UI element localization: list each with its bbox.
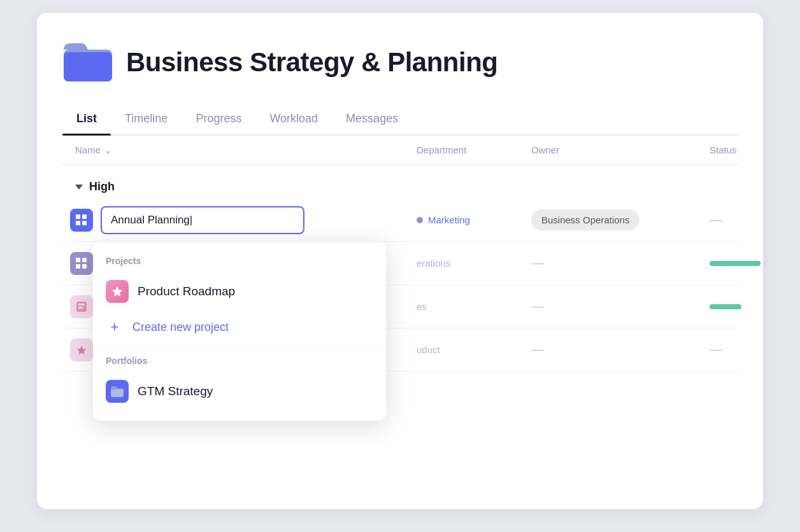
row2-dept-cell: erations: [406, 251, 521, 275]
tabs: List Timeline Progress Workload Messages: [62, 106, 738, 136]
row4-status-dash: —: [710, 342, 722, 357]
svg-marker-8: [77, 346, 86, 354]
row2-status-cell: [699, 255, 763, 272]
projects-section-label: Projects: [93, 252, 386, 272]
row1-status-cell: —: [699, 206, 763, 234]
gtm-strategy-icon: [106, 380, 129, 403]
row1-icon: [70, 209, 93, 232]
priority-header[interactable]: High: [62, 175, 738, 199]
row1-name-cell: [62, 200, 406, 241]
row3-owner-cell: —: [521, 293, 699, 320]
create-new-project-item[interactable]: + Create new project: [93, 311, 386, 344]
tab-progress[interactable]: Progress: [182, 106, 255, 134]
row2-status-bar: [710, 261, 761, 266]
dropdown-divider: [93, 347, 386, 348]
table-row: Marketing Business Operations — Projects: [62, 199, 738, 242]
priority-group-high: High Marketing: [62, 165, 738, 372]
svg-rect-6: [78, 304, 85, 305]
product-roadmap-icon: [106, 280, 129, 303]
row3-department: es: [417, 301, 427, 312]
row1-status-dash: —: [710, 213, 722, 227]
row2-owner-cell: —: [521, 249, 699, 277]
row3-status-bar: [710, 304, 741, 309]
th-name: Name ⌄: [62, 144, 406, 155]
row3-icon: [70, 295, 93, 318]
row4-status-cell: —: [699, 336, 763, 363]
tab-list[interactable]: List: [62, 106, 111, 134]
app-container: Business Strategy & Planning List Timeli…: [37, 13, 763, 509]
project-dropdown: Projects Product Roadmap + Create new pr…: [93, 242, 386, 421]
row4-owner-cell: —: [521, 336, 699, 363]
th-status: Status: [699, 144, 763, 155]
gtm-strategy-label: GTM Strategy: [138, 384, 213, 398]
row2-icon: [70, 252, 93, 275]
row4-owner-dash: —: [531, 342, 544, 357]
table-header: Name ⌄ Department Owner Status: [62, 136, 738, 165]
folder-icon: [62, 38, 113, 87]
row4-department: uduct: [417, 344, 440, 355]
svg-marker-2: [112, 286, 122, 297]
row1-owner-cell: Business Operations: [521, 203, 699, 237]
row2-department: erations: [417, 258, 450, 269]
row1-dept-cell: Marketing: [406, 208, 521, 232]
dropdown-item-product-roadmap[interactable]: Product Roadmap: [93, 272, 386, 311]
tab-messages[interactable]: Messages: [332, 106, 412, 134]
plus-icon: +: [106, 318, 124, 336]
row2-owner-dash: —: [531, 256, 544, 270]
th-department: Department: [406, 144, 521, 155]
header: Business Strategy & Planning: [62, 38, 738, 87]
row1-department: Marketing: [417, 214, 470, 225]
tab-workload[interactable]: Workload: [255, 106, 332, 134]
row1-name-input[interactable]: [101, 206, 304, 234]
dropdown-item-gtm-strategy[interactable]: GTM Strategy: [93, 372, 386, 410]
portfolios-section-label: Portfolios: [93, 352, 386, 372]
svg-rect-7: [78, 307, 83, 309]
create-new-project-label: Create new project: [132, 321, 229, 334]
row4-icon: [70, 339, 93, 361]
row3-owner-dash: —: [531, 299, 544, 314]
dept-dot: [417, 217, 423, 223]
row3-status-cell: [699, 298, 763, 316]
tab-timeline[interactable]: Timeline: [111, 106, 182, 134]
row1-owner: Business Operations: [531, 209, 639, 230]
svg-rect-1: [64, 52, 112, 81]
row3-dept-cell: es: [406, 295, 521, 318]
row4-dept-cell: uduct: [406, 338, 521, 361]
product-roadmap-label: Product Roadmap: [138, 284, 235, 298]
th-owner: Owner: [521, 144, 699, 155]
name-sort-icon[interactable]: ⌄: [104, 145, 112, 155]
priority-collapse-arrow[interactable]: [75, 185, 83, 190]
page-title: Business Strategy & Planning: [126, 47, 497, 78]
svg-rect-4: [111, 389, 124, 397]
